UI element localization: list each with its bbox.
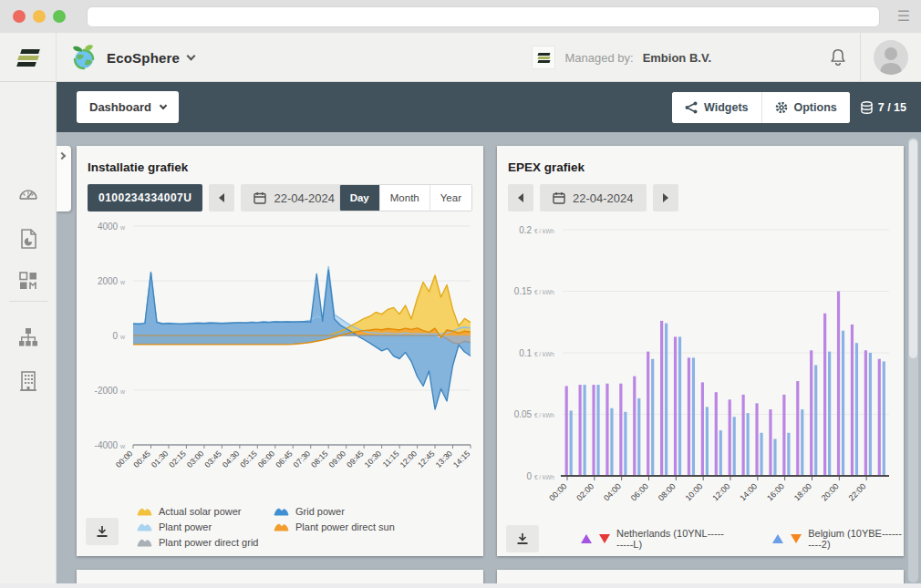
svg-text:05:15: 05:15 [238,449,259,469]
svg-text:-4000 w: -4000 w [95,440,126,450]
svg-text:18:00: 18:00 [792,481,813,502]
svg-text:09:00: 09:00 [327,449,348,469]
user-avatar[interactable] [874,40,908,75]
svg-text:4000 w: 4000 w [98,222,126,232]
svg-text:0 w: 0 w [113,331,126,341]
svg-text:16:00: 16:00 [765,481,786,502]
prev-date-button[interactable] [209,184,234,211]
installatie-grafiek-widget: Installatie grafiek 0100234334007U 22-04… [77,146,483,556]
download-button[interactable] [86,518,119,545]
svg-text:02:15: 02:15 [167,449,188,469]
triangle-down-icon [791,534,802,543]
svg-text:0 € / kWh: 0 € / kWh [527,471,555,481]
date-value: 22-04-2024 [274,191,335,205]
prev-date-button[interactable] [508,184,533,211]
report-document-icon [18,228,38,250]
workspace-switcher[interactable]: EcoSphere [71,33,194,82]
content-area: Installatie grafiek 0100234334007U 22-04… [57,132,921,588]
calendar-icon [553,191,565,204]
dashboard-gauge-icon [17,183,39,205]
tab-month[interactable]: Month [379,185,429,211]
date-picker-button[interactable]: 22-04-2024 [540,184,647,211]
installatie-controls: 0100234334007U 22-04-2024 [88,184,379,211]
dashboard-actions: Widgets Options [672,92,850,123]
embion-logo[interactable] [0,33,57,82]
managed-by-value: Embion B.V. [643,51,711,65]
embion-logo-icon [17,49,39,67]
svg-text:0.15 € / kWh: 0.15 € / kWh [514,286,555,296]
scrollbar-thumb[interactable] [909,139,917,358]
widgets-button[interactable]: Widgets [672,92,761,123]
installatie-legend-col2: Grid powerPlant power direct sun [274,503,395,534]
browser-chrome: ☰ [0,0,921,33]
svg-text:10:00: 10:00 [684,481,705,502]
legend-item[interactable]: Actual solar power [137,503,258,519]
svg-text:00:00: 00:00 [547,481,568,502]
managed-by: Managed by: Embion B.V. [532,33,711,82]
svg-text:06:00: 06:00 [256,449,277,469]
svg-text:-2000 w: -2000 w [95,386,126,396]
app-header: EcoSphere Managed by: Embion B.V. [0,33,921,82]
sidebar-item-widgets[interactable] [0,264,57,297]
widgets-grid-icon [18,271,38,291]
legend-label: Plant power [159,521,212,532]
svg-text:08:00: 08:00 [657,481,678,502]
sidebar [0,82,57,588]
svg-text:12:00: 12:00 [398,449,419,469]
layers-icon [861,101,873,114]
svg-text:2000 w: 2000 w [98,276,126,286]
tab-year[interactable]: Year [429,185,471,211]
svg-text:03:45: 03:45 [202,449,223,469]
download-icon [95,524,109,539]
legend-item[interactable]: Plant power direct sun [274,519,395,534]
address-bar[interactable] [87,6,880,27]
date-picker-button[interactable]: 22-04-2024 [241,184,347,211]
sidebar-divider [9,301,47,302]
legend-item[interactable]: Plant power [137,519,258,534]
svg-text:00:45: 00:45 [131,449,152,469]
close-window-button[interactable] [13,10,26,23]
svg-text:11:15: 11:15 [381,449,401,469]
legend-item[interactable]: Plant power direct grid [137,534,258,550]
legend-label: Plant power direct sun [295,521,395,532]
browser-menu-icon[interactable]: ☰ [897,7,910,26]
svg-text:14:15: 14:15 [451,449,472,469]
minimize-window-button[interactable] [33,10,46,23]
arrow-left-icon [219,193,224,202]
legend-item[interactable]: Grid power [274,503,395,519]
chevron-down-icon [160,101,167,108]
calendar-icon [254,191,266,204]
ecosphere-globe-icon [71,44,98,71]
installatie-chart[interactable]: 4000 w2000 w0 w-2000 w-4000 w00:0000:450… [86,215,474,500]
dashboard-selector[interactable]: Dashboard [77,91,179,123]
arrow-left-icon [518,193,523,202]
svg-text:04:00: 04:00 [602,481,623,502]
download-button[interactable] [506,525,539,552]
legend-item[interactable]: Belgium (10YBE----------2) [772,531,904,546]
legend-label: Plant power direct grid [159,537,258,548]
epex-legend: Netherlands (10YNL----------L)Belgium (1… [581,531,904,546]
arrow-right-icon [663,193,668,202]
managed-by-label: Managed by: [564,51,633,65]
sidebar-item-sitemap[interactable] [0,321,57,354]
sidebar-item-buildings[interactable] [0,365,57,397]
sidebar-expander-tab[interactable] [57,146,71,211]
triangle-up-icon [581,534,592,543]
next-date-button[interactable] [653,184,678,211]
device-serial-chip[interactable]: 0100234334007U [88,184,202,211]
sidebar-item-reports[interactable] [0,222,57,255]
options-button[interactable]: Options [761,92,850,123]
maximize-window-button[interactable] [53,10,66,23]
legend-label: Actual solar power [159,506,242,517]
svg-text:10:30: 10:30 [363,449,384,469]
svg-text:22:00: 22:00 [847,481,868,502]
installatie-legend-col1: Actual solar powerPlant powerPlant power… [137,503,258,550]
notifications-bell-icon[interactable] [828,47,848,67]
scrollbar-track[interactable] [908,138,918,583]
sidebar-item-dashboard[interactable] [0,178,57,211]
chevron-down-icon [187,51,196,60]
epex-chart[interactable]: 0.2 € / kWh0.15 € / kWh0.1 € / kWh0.05 €… [506,219,891,520]
tab-day[interactable]: Day [340,185,379,211]
legend-item[interactable]: Netherlands (10YNL----------L) [581,531,727,546]
svg-text:0.1 € / kWh: 0.1 € / kWh [519,348,554,358]
